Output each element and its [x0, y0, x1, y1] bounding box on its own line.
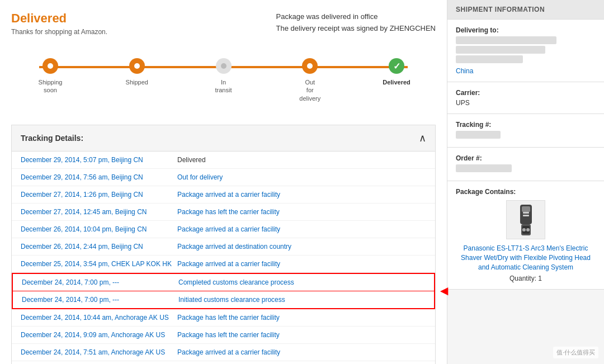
svg-point-5	[526, 228, 530, 231]
sidebar-delivering-to: Delivering to: China	[447, 20, 604, 82]
tracking-event: Package arrived at a carrier facility	[177, 258, 280, 270]
tracking-date: December 29, 2014, 7:56 am, Beijing CN	[21, 172, 177, 183]
tracking-event: Package arrived at a carrier facility	[177, 189, 280, 200]
table-row-highlighted-2: December 24, 2014, 7:00 pm, --- Initiate…	[12, 291, 435, 309]
tracking-event: Out for delivery	[177, 172, 223, 183]
tracking-date: December 25, 2014, 3:54 pm, CHEK LAP KOK…	[21, 258, 177, 270]
tracking-event: Package has left the carrier facility	[177, 312, 280, 323]
table-row-highlighted-1: December 24, 2014, 7:00 pm, --- Complete…	[12, 273, 435, 291]
table-row: December 27, 2014, 12:45 am, Beijing CN …	[12, 204, 435, 221]
svg-rect-1	[522, 206, 530, 212]
status-line2: The delivery receipt was signed by ZHENG…	[276, 23, 436, 35]
step-shipping-soon: Shippingsoon	[28, 58, 73, 94]
status-line1: Package was delivered in office	[276, 11, 436, 23]
step-circle-inner-2	[134, 63, 140, 69]
product-image	[506, 200, 545, 239]
tracking-date: December 24, 2014, 7:00 pm, ---	[22, 294, 178, 305]
quantity: Quantity: 1	[456, 275, 596, 282]
tracking-date: December 24, 2014, 7:00 pm, ---	[22, 277, 178, 288]
address-line2-blurred	[456, 46, 545, 54]
tracking-number-blurred	[456, 131, 501, 139]
tracking-section: Tracking Details: ∧ December 29, 2014, 5…	[11, 125, 436, 364]
page-container: Delivered Thanks for shopping at Amazon.…	[0, 0, 604, 364]
step-label-out: Outfordelivery	[299, 78, 320, 102]
table-row: December 24, 2014, 7:51 am, Anchorage AK…	[12, 344, 435, 361]
svg-point-4	[522, 228, 526, 231]
tracking-date: December 27, 2014, 12:45 am, Beijing CN	[21, 206, 177, 218]
watermark: 值·什么值得买	[553, 347, 598, 358]
tracking-date: December 24, 2014, 10:44 am, Anchorage A…	[21, 312, 177, 323]
sidebar: SHIPMENT INFORMATION Delivering to: Chin…	[447, 0, 604, 364]
tracking-event: Delivered	[177, 154, 206, 166]
tracking-header: Tracking Details: ∧	[12, 125, 435, 152]
table-row: December 27, 2014, 1:26 pm, Beijing CN P…	[12, 186, 435, 204]
address-line1-blurred	[456, 36, 556, 44]
thanks-text: Thanks for shopping at Amazon.	[11, 28, 107, 36]
table-row: December 26, 2014, 2:44 pm, Beijing CN P…	[12, 238, 435, 256]
main-content: Delivered Thanks for shopping at Amazon.…	[0, 0, 447, 364]
highlight-group: December 24, 2014, 7:00 pm, --- Complete…	[12, 273, 435, 309]
table-row: December 24, 2014, 10:44 am, Anchorage A…	[12, 309, 435, 327]
tracking-title: Tracking Details:	[21, 134, 83, 143]
order-number-blurred	[456, 164, 512, 172]
step-circle-inner	[48, 63, 53, 69]
step-circle-out	[302, 58, 318, 74]
tracking-label: Tracking #:	[456, 121, 596, 129]
tracking-event: Package has left the carrier facility	[177, 206, 280, 218]
step-circle-shipping	[43, 58, 58, 74]
table-row: December 29, 2014, 7:56 am, Beijing CN O…	[12, 169, 435, 186]
shaver-svg	[513, 202, 539, 238]
tracking-date: December 26, 2014, 2:44 pm, Beijing CN	[21, 241, 177, 252]
address-line3-blurred	[456, 55, 523, 63]
step-shipped: Shipped	[115, 58, 159, 86]
tracking-event: Package arrived at a carrier facility	[177, 224, 280, 235]
tracking-date: December 26, 2014, 10:04 pm, Beijing CN	[21, 224, 177, 235]
tracking-event: Package arrived at a carrier facility	[177, 347, 280, 358]
tracking-event: Completed customs clearance process	[178, 277, 294, 288]
svg-rect-6	[523, 212, 529, 214]
tracking-date: December 27, 2014, 1:26 pm, Beijing CN	[21, 189, 177, 200]
step-label-shipping: Shippingsoon	[39, 78, 63, 94]
step-out-for-delivery: Outfordelivery	[287, 58, 332, 102]
red-arrow-icon: ◄	[437, 283, 451, 299]
step-circle-delivered: ✓	[389, 58, 404, 74]
order-label: Order #:	[456, 154, 596, 162]
status-message: Package was delivered in office The deli…	[276, 11, 436, 35]
sidebar-header: SHIPMENT INFORMATION	[447, 0, 604, 20]
svg-rect-7	[523, 215, 529, 216]
step-circle-inner-3	[221, 63, 226, 69]
progress-tracker: Shippingsoon Shipped Intransit	[11, 53, 436, 108]
carrier-value: UPS	[456, 99, 596, 107]
table-row: December 24, 2014, 9:09 am, Anchorage AK…	[12, 327, 435, 344]
step-circle-inner-4	[307, 63, 313, 69]
checkmark-icon: ✓	[393, 61, 400, 72]
delivering-to-label: Delivering to:	[456, 26, 596, 34]
step-circle-shipped	[129, 58, 145, 74]
table-row: December 25, 2014, 3:54 pm, CHEK LAP KOK…	[12, 256, 435, 273]
step-delivered: ✓ Delivered	[374, 58, 419, 86]
tracking-rows-container: December 29, 2014, 5:07 pm, Beijing CN D…	[12, 152, 435, 364]
header-left: Delivered Thanks for shopping at Amazon.	[11, 11, 107, 36]
progress-track: Shippingsoon Shipped Intransit	[22, 58, 424, 102]
step-circle-transit	[216, 58, 232, 74]
step-label-shipped: Shipped	[126, 78, 148, 86]
tracking-event: Package has left the carrier facility	[177, 329, 280, 341]
tracking-event: Initiated customs clearance process	[178, 294, 285, 305]
sidebar-order: Order #:	[447, 148, 604, 181]
carrier-label: Carrier:	[456, 89, 596, 97]
sidebar-tracking: Tracking #:	[447, 114, 604, 148]
collapse-icon[interactable]: ∧	[419, 132, 426, 144]
quantity-label: Quantity:	[509, 275, 536, 282]
country-link[interactable]: China	[456, 67, 473, 75]
table-row: December 24, 2014, 5:18 am, Louisville K…	[12, 361, 435, 364]
tracking-date: December 29, 2014, 5:07 pm, Beijing CN	[21, 154, 177, 166]
header-row: Delivered Thanks for shopping at Amazon.…	[11, 11, 436, 36]
quantity-value: 1	[538, 275, 542, 282]
tracking-date: December 24, 2014, 7:51 am, Anchorage AK…	[21, 347, 177, 358]
product-name[interactable]: Panasonic ES-LT71-S Arc3 Men's Electric …	[456, 244, 596, 272]
page-title: Delivered	[11, 11, 107, 26]
package-label: Package Contains:	[456, 188, 596, 196]
step-in-transit: Intransit	[201, 58, 246, 94]
table-row: December 26, 2014, 10:04 pm, Beijing CN …	[12, 221, 435, 238]
sidebar-carrier: Carrier: UPS	[447, 82, 604, 114]
